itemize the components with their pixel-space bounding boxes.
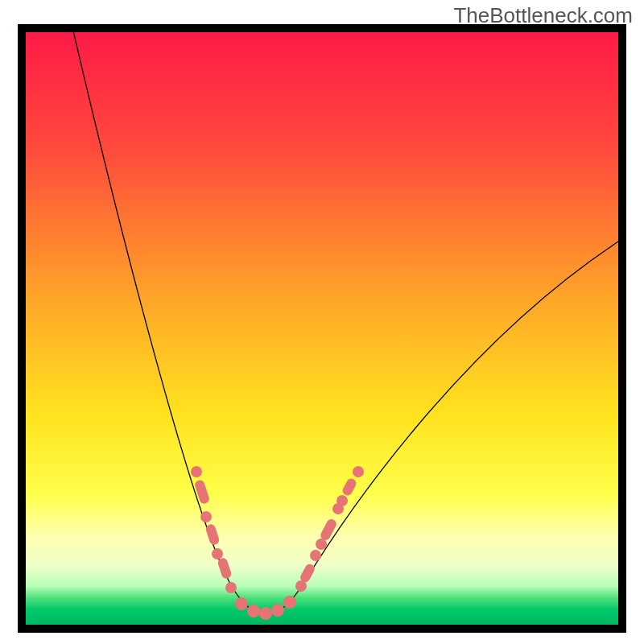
data-marker xyxy=(310,550,321,561)
chart-frame xyxy=(18,24,626,633)
chart-svg xyxy=(26,32,618,625)
data-marker xyxy=(247,605,260,617)
plot-area xyxy=(26,32,618,625)
data-marker xyxy=(336,495,348,506)
chart-container: TheBottleneck.com xyxy=(0,0,644,644)
data-marker xyxy=(316,539,327,550)
data-marker xyxy=(235,597,248,610)
data-marker xyxy=(191,466,202,477)
data-marker xyxy=(225,582,237,593)
watermark-text: TheBottleneck.com xyxy=(453,3,633,28)
data-marker xyxy=(271,604,284,617)
data-marker xyxy=(200,511,212,522)
data-marker xyxy=(283,596,296,609)
data-marker xyxy=(353,466,364,477)
data-marker xyxy=(259,607,272,620)
data-marker xyxy=(212,548,223,559)
